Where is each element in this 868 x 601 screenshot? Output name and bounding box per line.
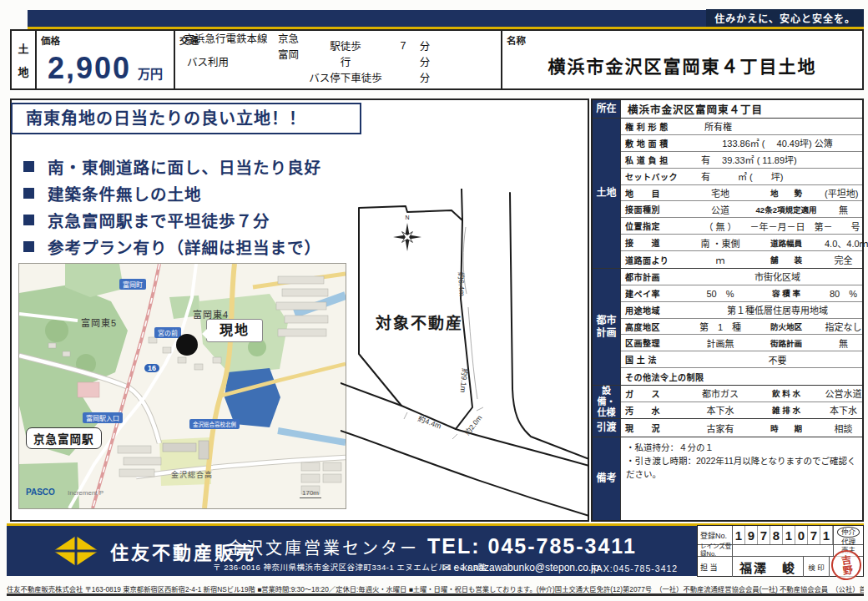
property-type-cell: 土 地	[12, 31, 37, 88]
seal-label: 検 印	[803, 557, 829, 577]
row-key: 容 積 率	[748, 287, 825, 299]
transport-busstop: バス停下車徒歩	[299, 69, 392, 85]
row-value: 宅地	[693, 186, 748, 199]
row-key: 位置指定	[621, 220, 693, 232]
row-key: 地 勢	[748, 187, 825, 199]
dimension-label: 約6.4m	[457, 272, 467, 297]
seal-stamp-area: 吉野	[829, 557, 863, 577]
bullet-text: 建築条件無しの土地	[48, 181, 202, 205]
row-key: 国 土 法	[621, 353, 693, 366]
fine-print: 住友不動産販売株式会社 〒163-0819 東京都新宿区西新宿2-4-1 新宿N…	[7, 583, 864, 593]
row-key: 舗 装	[748, 254, 825, 265]
transport-bus-dest: 行	[299, 53, 392, 69]
table-row: 地 目宅地地 勢(平坦地) %	[621, 185, 862, 202]
table-row: 接 道南 ・東側道路幅員4.0、4.0ｍ	[621, 235, 862, 251]
table-row: 汚 水本下水雑 排 水本下水	[621, 402, 862, 418]
promo-bullet: 京急富岡駅まで平坦徒歩７分	[23, 209, 270, 230]
row-value: 相談	[825, 422, 862, 435]
type-char: 土	[18, 40, 28, 56]
promo-bullet: 参考プラン有り（詳細は担当まで）	[23, 235, 321, 257]
table-row: 現 況古家有時 期相談	[621, 419, 862, 437]
property-name: 横浜市金沢区富岡東４丁目土地	[502, 53, 862, 78]
row-key: 雑 排 水	[748, 404, 825, 416]
bullet-text: 参考プラン有り（詳細は担当まで）	[48, 235, 321, 259]
table-row: 位置指定（ 無 ）－年－月－日 第－ 号	[621, 218, 862, 235]
site-callout: 現地	[206, 319, 263, 342]
row-key: 高度地区	[621, 321, 693, 333]
promo-bullet: 建築条件無しの土地	[23, 182, 202, 204]
tagline: 住みかえに、安心と安全を。	[706, 9, 864, 28]
reg-digit: 7	[808, 526, 820, 544]
type-char: 地	[18, 63, 28, 79]
row-key: 汚 水	[621, 404, 693, 417]
school-building	[163, 443, 196, 452]
row-key: 現 況	[621, 422, 693, 434]
email-address: e-kanazawabunko@stepon.co.jp	[453, 562, 598, 573]
reg-digit: 1	[733, 526, 745, 544]
table-row: 都市計画市街化区域	[621, 269, 862, 285]
row-key: 地 目	[621, 187, 693, 199]
reg-digit: 0	[795, 526, 808, 544]
name-label: 名称	[507, 33, 526, 47]
map-badge: 富岡駅入口	[83, 412, 123, 423]
staff-label: 担 当	[698, 557, 733, 577]
station-label: 京急富岡駅	[26, 427, 102, 449]
site-marker	[176, 334, 198, 356]
road-south-lower	[341, 431, 589, 516]
map-badge: 富岡町	[119, 279, 146, 290]
location-map: 富岡町 富岡東5 富岡東4 宮の前 現地 16 富岡駅入口 京急富岡駅 金沢総合…	[18, 263, 346, 509]
sumitomo-logo-icon	[52, 534, 100, 568]
registration-box: 登録No. 1 9 7 8 1 0 7 1 仲介 代理 レインズ登録No. 売主	[697, 525, 864, 577]
table-row: ガ ス都市ガス飲 料 水公営水道	[621, 386, 862, 402]
transport-unit: 分	[414, 38, 436, 53]
row-key: 防火地区	[748, 321, 825, 332]
table-row: 用途地域第１種低層住居専用地域	[621, 302, 862, 319]
row-key: セットバック	[621, 170, 693, 183]
reg-digit: 8	[770, 526, 783, 544]
transport-cell: 交通 京浜急行電鉄本線 京急富岡 駅徒歩 7 分 バス利用 行 分 バス停下車徒…	[175, 31, 502, 88]
diagram-title: 対象不動産	[375, 314, 463, 332]
bullet-text: 南・東側道路に面し、日当たり良好	[48, 154, 321, 179]
compass-icon: N	[393, 215, 421, 251]
section-label: 所在	[593, 100, 621, 118]
phone-number: TEL: 045-785-3411	[427, 534, 637, 558]
row-value: 古家有	[693, 422, 748, 435]
name-cell: 名称 横浜市金沢区富岡東４丁目土地	[502, 31, 862, 88]
row-key: 道路面より	[621, 254, 693, 266]
bullet-square-icon	[23, 188, 34, 199]
section-equipment: 設備・仕様 ガ ス都市ガス飲 料 水公営水道 汚 水本下水雑 排 水本下水	[593, 386, 862, 419]
row-value: 所有権	[693, 119, 862, 133]
row-value: 南 ・東側	[693, 236, 748, 250]
section-label: 引渡	[593, 419, 621, 437]
row-value: 第 1 種	[693, 320, 748, 333]
transport-unit: 分	[414, 53, 436, 69]
bottom-rule	[7, 593, 864, 596]
map-scale: 170m	[300, 489, 321, 498]
price-cell: 価格 2,900万円	[37, 31, 175, 88]
plot-diagram-svg: N 対象不動産 約6.4m 約9.1m 約4.4m 約2.0m	[341, 189, 589, 519]
section-label: 備考	[593, 437, 621, 520]
row-value: ｍ	[693, 253, 748, 266]
map-area-label: 富岡東5	[81, 316, 117, 329]
section-label: 土地	[593, 119, 621, 268]
row-value: 公営水道	[825, 386, 862, 400]
table-row: 国 土 法不要	[621, 351, 862, 368]
row-value: 4.0、4.0ｍ	[825, 236, 862, 250]
row-key: 敷 地 面 積	[621, 137, 693, 149]
transport-line: 京浜急行電鉄本線 京急富岡 駅徒歩 7 分	[184, 38, 436, 53]
compass-north: N	[405, 215, 409, 220]
table-row: 接面種別公道42条2項規定適用無	[621, 201, 862, 218]
broker-type: 仲介	[837, 527, 860, 538]
flyer-page: 住みかえに、安心と安全を。 土 地 価格 2,900万円 交通 京浜急行電鉄本線…	[0, 0, 868, 601]
price-unit: 万円	[138, 67, 163, 81]
row-value: (平坦地) %	[825, 186, 862, 199]
note-line: ・私道持分：４分の１	[626, 442, 857, 455]
row-key: 権 利 形 態	[621, 120, 693, 133]
header-table: 土 地 価格 2,900万円 交通 京浜急行電鉄本線 京急富岡 駅徒歩 7 分 …	[10, 29, 864, 90]
row-value: 公道	[693, 203, 748, 216]
map-credit: PASCO	[26, 487, 55, 497]
bullet-text: 京急富岡駅まで平坦徒歩７分	[48, 208, 270, 232]
table-row: 区画整理計画無街路計画無	[621, 335, 862, 351]
row-key: 建ペイ率	[621, 287, 693, 300]
section-handover: 引渡 現 況古家有時 期相談	[593, 419, 862, 437]
